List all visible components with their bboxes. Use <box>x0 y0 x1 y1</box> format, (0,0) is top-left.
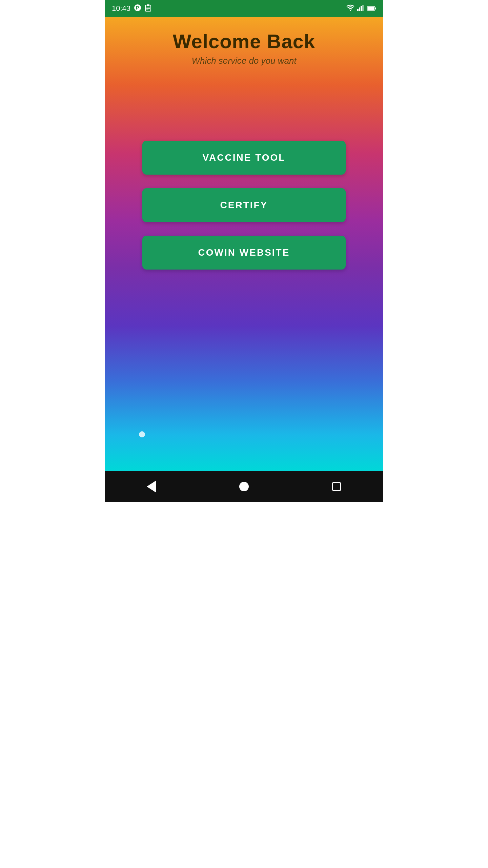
clipboard-icon <box>145 4 151 13</box>
svg-point-7 <box>350 10 351 11</box>
back-icon <box>147 480 156 493</box>
svg-rect-13 <box>375 7 376 9</box>
certify-button[interactable]: CERTIFY <box>142 188 346 222</box>
status-bar: 10:43 P <box>105 0 383 17</box>
svg-rect-10 <box>361 6 362 11</box>
svg-rect-2 <box>145 5 151 11</box>
welcome-title: Welcome Back <box>115 31 373 52</box>
pocket-casts-icon: P <box>134 4 141 13</box>
back-nav-button[interactable] <box>138 476 165 497</box>
nav-bar <box>105 471 383 502</box>
phone-container: 10:43 P <box>105 0 383 502</box>
wifi-icon <box>346 4 354 13</box>
svg-text:P: P <box>136 5 139 11</box>
svg-rect-14 <box>368 7 374 10</box>
svg-rect-11 <box>362 5 364 11</box>
scroll-indicator <box>139 431 145 437</box>
svg-rect-3 <box>147 4 149 6</box>
status-time: 10:43 <box>112 4 130 13</box>
main-content: Welcome Back Which service do you want V… <box>105 17 383 471</box>
signal-icon <box>357 5 365 12</box>
status-bar-right <box>346 4 376 13</box>
status-bar-left: 10:43 P <box>112 4 151 13</box>
buttons-section: VACCINE TOOL CERTIFY COWIN WEBSITE <box>105 141 383 270</box>
home-nav-button[interactable] <box>230 476 258 497</box>
battery-icon <box>367 5 376 13</box>
welcome-subtitle: Which service do you want <box>115 56 373 66</box>
cowin-website-button[interactable]: COWIN WEBSITE <box>142 236 346 270</box>
vaccine-tool-button[interactable]: VACCINE TOOL <box>142 141 346 175</box>
welcome-section: Welcome Back Which service do you want <box>105 17 383 73</box>
svg-rect-9 <box>359 7 360 11</box>
recents-nav-button[interactable] <box>323 476 350 497</box>
recents-icon <box>332 482 341 491</box>
svg-rect-8 <box>357 9 359 11</box>
home-icon <box>239 482 249 491</box>
